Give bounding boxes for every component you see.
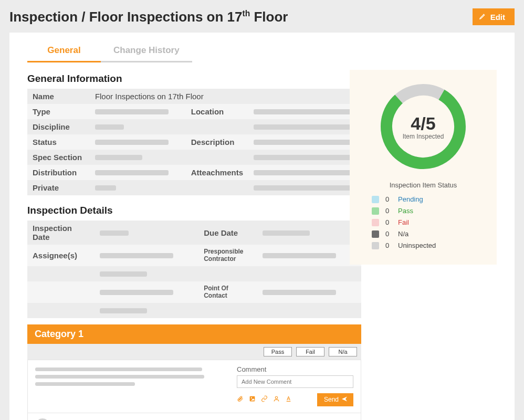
swatch-fail bbox=[372, 219, 379, 226]
swatch-pending bbox=[372, 196, 379, 203]
due-date-label: Due Date bbox=[198, 220, 257, 245]
donut-count: 4/5 bbox=[411, 113, 435, 134]
discipline-label: Discipline bbox=[27, 119, 90, 134]
presponsible-label: Presponsible Contractor bbox=[198, 245, 257, 266]
status-title: Inspection Item Status bbox=[360, 181, 486, 189]
send-label: Send bbox=[324, 396, 339, 403]
svg-point-1 bbox=[251, 397, 252, 398]
inspection-donut-chart: 4/5 Item Inspected bbox=[378, 81, 468, 172]
inspection-date-label: Inspection Date bbox=[27, 220, 95, 245]
description-value bbox=[248, 134, 361, 150]
name-value: Floor Inspections on 17th Floor bbox=[90, 89, 361, 104]
legend-fail-count: 0 bbox=[385, 218, 392, 226]
poc-label: Point Of Contact bbox=[198, 281, 257, 303]
send-button[interactable]: Send bbox=[317, 393, 353, 406]
donut-label: Item Inspected bbox=[403, 133, 444, 140]
status-value bbox=[90, 134, 186, 150]
attachments-label: Atteachments bbox=[186, 165, 248, 180]
legend-pending-label: Pending bbox=[398, 195, 423, 203]
legend-pass-label: Pass bbox=[398, 207, 413, 215]
legend-na-label: N/a bbox=[398, 230, 408, 238]
comment-label: Comment bbox=[237, 365, 353, 373]
item-text bbox=[35, 365, 224, 406]
name-label: Name bbox=[27, 89, 90, 104]
inspection-details-table: Inspection Date Due Date Assignee(s) Pre… bbox=[27, 220, 361, 318]
section-inspection-details: Inspection Details bbox=[27, 205, 340, 216]
link-icon[interactable] bbox=[261, 395, 268, 404]
legend-na-count: 0 bbox=[385, 230, 392, 238]
description-label: Description bbox=[186, 134, 248, 150]
spec-section-label: Spec Section bbox=[27, 150, 90, 165]
assignees-value bbox=[95, 245, 198, 266]
status-label: Status bbox=[27, 134, 90, 150]
location-value-2 bbox=[248, 119, 361, 134]
general-info-table: Name Floor Inspections on 17th Floor Typ… bbox=[27, 89, 361, 195]
user-icon[interactable] bbox=[273, 395, 280, 404]
attachments-value-2 bbox=[248, 180, 361, 195]
private-label: Private bbox=[27, 180, 90, 195]
swatch-na bbox=[372, 230, 379, 238]
spec-section-value bbox=[90, 150, 186, 165]
legend-pending-count: 0 bbox=[385, 195, 392, 203]
distribution-label: Distribution bbox=[27, 165, 90, 180]
description-value-2 bbox=[248, 150, 361, 165]
legend-uninspected-count: 0 bbox=[385, 242, 392, 249]
poc-value bbox=[257, 281, 361, 303]
avatar bbox=[35, 418, 50, 420]
assignees-value-4 bbox=[95, 303, 198, 318]
svg-rect-0 bbox=[250, 396, 255, 402]
type-label: Type bbox=[27, 104, 90, 119]
text-icon[interactable] bbox=[285, 395, 292, 404]
na-button[interactable]: N/a bbox=[329, 347, 357, 356]
legend-fail: 0 Fail bbox=[372, 218, 475, 226]
attachments-value bbox=[248, 165, 361, 180]
category-header: Category 1 bbox=[27, 324, 361, 344]
distribution-value bbox=[90, 165, 186, 180]
swatch-pass bbox=[372, 207, 379, 215]
swatch-uninspected bbox=[372, 242, 379, 249]
pass-button[interactable]: Pass bbox=[264, 347, 292, 356]
presponsible-value bbox=[257, 245, 361, 266]
legend-uninspected: 0 Uninspected bbox=[372, 242, 475, 249]
status-panel: 4/5 Item Inspected Inspection Item Statu… bbox=[350, 70, 497, 265]
svg-point-2 bbox=[275, 396, 277, 398]
legend-fail-label: Fail bbox=[398, 218, 409, 226]
send-arrow-icon bbox=[341, 396, 348, 404]
assignees-value-3 bbox=[95, 281, 198, 303]
assignees-label: Assignee(s) bbox=[27, 245, 95, 266]
fail-button[interactable]: Fail bbox=[296, 347, 324, 356]
assignees-value-2 bbox=[95, 266, 198, 281]
location-value bbox=[248, 104, 361, 119]
type-value bbox=[90, 104, 186, 119]
pencil-icon bbox=[479, 12, 487, 22]
legend-pending: 0 Pending bbox=[372, 195, 475, 203]
legend-na: 0 N/a bbox=[372, 230, 475, 238]
page-title: Inspection / Floor Inspections on 17th F… bbox=[9, 9, 288, 25]
paperclip-icon[interactable] bbox=[237, 395, 244, 404]
legend-pass: 0 Pass bbox=[372, 207, 475, 215]
section-general-info: General Information bbox=[27, 73, 340, 85]
private-value bbox=[90, 180, 186, 195]
comment-input[interactable] bbox=[237, 375, 353, 388]
tab-change-history[interactable]: Change History bbox=[101, 40, 192, 62]
legend-pass-count: 0 bbox=[385, 207, 392, 215]
category-actions: Pass Fail N/a bbox=[27, 344, 361, 360]
image-icon[interactable] bbox=[249, 395, 256, 404]
tabs: General Change History bbox=[27, 40, 497, 62]
legend-uninspected-label: Uninspected bbox=[398, 242, 436, 249]
edit-label: Edit bbox=[490, 13, 505, 22]
tab-general[interactable]: General bbox=[27, 40, 101, 62]
edit-button[interactable]: Edit bbox=[473, 8, 515, 25]
inspection-date-value bbox=[95, 220, 198, 245]
discipline-value bbox=[90, 119, 186, 134]
location-label: Location bbox=[186, 104, 248, 119]
due-date-value bbox=[257, 220, 361, 245]
